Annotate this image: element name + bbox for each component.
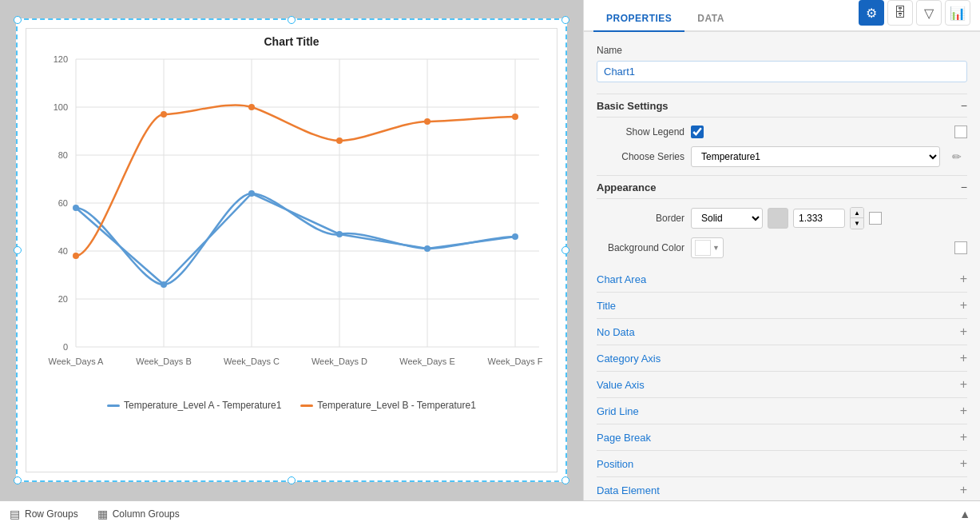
collapsible-plus-6: + (960, 430, 967, 444)
gear-icon-btn[interactable]: ⚙ (859, 0, 884, 26)
appearance-toggle[interactable]: − (961, 181, 967, 193)
appearance-header: Appearance − (597, 175, 967, 199)
panel-content: Name Basic Settings − Show Legend Choose… (584, 32, 980, 500)
column-groups-item[interactable]: ▦ Column Groups (97, 508, 180, 520)
background-color-row: Background Color ▼ (597, 237, 967, 258)
choose-series-row: Choose Series Temperature1 ✏ (597, 146, 967, 167)
collapsible-plus-4: + (960, 377, 967, 392)
border-extra-checkbox[interactable] (869, 212, 882, 225)
name-input[interactable] (597, 61, 967, 82)
right-panel: PROPERTIES DATA ⚙ 🗄 ▽ 📊 Name Basic Setti… (583, 0, 980, 500)
svg-text:20: 20 (58, 294, 68, 304)
show-legend-extra-checkbox[interactable] (954, 126, 967, 138)
chart-legend: Temperature_Level A - Temperature1 Tempe… (26, 395, 557, 414)
resize-handle-br[interactable] (561, 476, 569, 484)
collapsible-plus-5: + (960, 404, 967, 418)
border-width-spinner[interactable]: ▲ ▼ (850, 207, 864, 229)
show-legend-row: Show Legend (597, 126, 967, 138)
show-legend-checkbox[interactable] (691, 126, 704, 138)
collapsible-section-value-axis[interactable]: Value Axis + (597, 372, 967, 398)
collapsible-section-data-element[interactable]: Data Element + (597, 477, 967, 500)
collapsible-label-0: Chart Area (597, 273, 646, 285)
panel-tabs: PROPERTIES DATA ⚙ 🗄 ▽ 📊 (584, 0, 980, 32)
svg-point-34 (248, 104, 255, 110)
collapsible-plus-0: + (960, 272, 967, 286)
svg-text:Week_Days E: Week_Days E (399, 357, 455, 366)
resize-handle-mr[interactable] (561, 246, 569, 254)
svg-point-28 (248, 190, 255, 197)
legend-item-b: Temperature_Level B - Temperature1 (300, 400, 476, 411)
collapsible-label-5: Grid Line (597, 405, 639, 417)
resize-handle-bl[interactable] (14, 476, 22, 484)
border-type-select[interactable]: Solid (691, 208, 763, 229)
spinner-up[interactable]: ▲ (851, 208, 863, 218)
legend-color-b (300, 404, 313, 407)
chart-edit-icon-btn[interactable]: 📊 (945, 0, 970, 26)
collapsible-section-position[interactable]: Position + (597, 451, 967, 477)
collapsible-label-2: No Data (597, 326, 635, 338)
svg-point-27 (161, 281, 167, 288)
resize-handle-tr[interactable] (561, 16, 569, 24)
svg-text:Week_Days D: Week_Days D (311, 357, 367, 366)
background-color-checkbox[interactable] (954, 241, 967, 254)
collapse-bottom-btn[interactable]: ▲ (959, 508, 970, 520)
collapsible-label-3: Category Axis (597, 353, 661, 365)
resize-handle-ml[interactable] (14, 246, 22, 254)
appearance-title: Appearance (597, 181, 656, 193)
chart-container[interactable]: Chart Title (16, 18, 567, 482)
resize-handle-tl[interactable] (14, 16, 22, 24)
resize-handle-bm[interactable] (288, 476, 296, 484)
collapsible-label-8: Data Element (597, 484, 660, 496)
filter-icon-btn[interactable]: ▽ (916, 0, 942, 26)
resize-handle-tm[interactable] (288, 16, 296, 24)
collapsible-section-grid-line[interactable]: Grid Line + (597, 398, 967, 424)
svg-text:0: 0 (63, 342, 68, 352)
border-controls: Solid ▲ ▼ (691, 207, 882, 229)
collapsible-section-no-data[interactable]: No Data + (597, 319, 967, 345)
legend-item-a: Temperature_Level A - Temperature1 (107, 400, 281, 411)
collapsible-section-chart-area[interactable]: Chart Area + (597, 266, 967, 293)
background-color-label: Background Color (597, 242, 684, 253)
background-color-arrow: ▼ (712, 244, 720, 252)
border-label: Border (597, 213, 684, 224)
collapsible-label-6: Page Break (597, 432, 651, 444)
collapsible-label-7: Position (597, 458, 633, 470)
collapsible-plus-1: + (960, 298, 967, 313)
tab-properties[interactable]: PROPERTIES (593, 5, 684, 32)
spinner-down[interactable]: ▼ (851, 218, 863, 229)
chart-title: Chart Title (26, 29, 557, 51)
collapsible-label-4: Value Axis (597, 379, 645, 391)
collapsible-section-title[interactable]: Title + (597, 293, 967, 319)
collapsible-section-category-axis[interactable]: Category Axis + (597, 345, 967, 372)
row-groups-icon: ▤ (10, 508, 20, 520)
basic-settings-title: Basic Settings (597, 100, 669, 112)
svg-text:80: 80 (58, 150, 68, 160)
basic-settings-header: Basic Settings − (597, 94, 967, 118)
collapsible-section-page-break[interactable]: Page Break + (597, 424, 967, 451)
svg-point-37 (512, 114, 518, 120)
bottom-bar: ▤ Row Groups ▦ Column Groups ▲ (0, 500, 980, 526)
background-color-picker[interactable]: ▼ (691, 237, 724, 258)
svg-text:100: 100 (54, 102, 68, 112)
collapsible-sections: Chart Area + Title + No Data + Category … (597, 266, 967, 500)
row-groups-item[interactable]: ▤ Row Groups (10, 508, 78, 520)
svg-text:Week_Days F: Week_Days F (488, 357, 543, 366)
collapsible-plus-8: + (960, 483, 967, 497)
border-width-input[interactable] (793, 209, 845, 228)
choose-series-label: Choose Series (597, 151, 684, 162)
chart-svg: 120 100 80 60 40 20 0 Week_Days A Week_D… (26, 51, 557, 395)
tab-data[interactable]: DATA (684, 5, 737, 32)
svg-point-36 (424, 118, 430, 125)
chart-inner: Chart Title (26, 28, 557, 472)
svg-point-30 (424, 245, 430, 252)
border-row: Border Solid ▲ ▼ (597, 207, 967, 229)
basic-settings-toggle[interactable]: − (961, 99, 967, 112)
choose-series-select[interactable]: Temperature1 (691, 146, 940, 167)
svg-text:40: 40 (58, 246, 68, 256)
border-color-box[interactable] (768, 208, 788, 229)
series-edit-btn[interactable]: ✏ (946, 146, 967, 167)
svg-point-26 (73, 205, 79, 211)
svg-text:Week_Days A: Week_Days A (49, 357, 105, 366)
legend-label-b: Temperature_Level B - Temperature1 (317, 400, 476, 411)
database-icon-btn[interactable]: 🗄 (887, 0, 913, 26)
